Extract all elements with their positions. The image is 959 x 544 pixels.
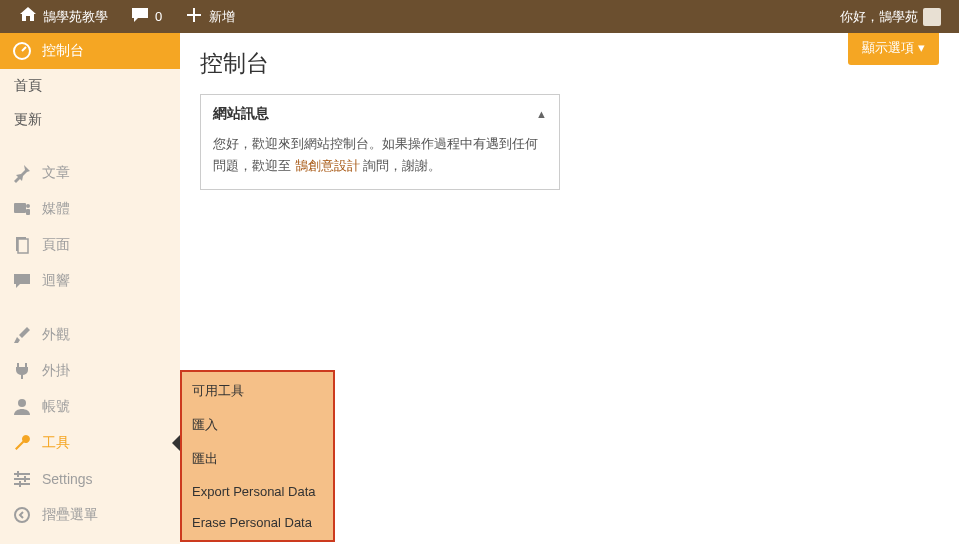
screen-options-button[interactable]: 顯示選項 ▾: [848, 33, 939, 65]
panel-text-suffix: 詢問，謝謝。: [360, 158, 442, 173]
site-link[interactable]: 鵠學苑教學: [10, 0, 116, 33]
add-new[interactable]: 新增: [176, 0, 243, 33]
brush-icon: [12, 325, 32, 345]
sidebar-label: 媒體: [42, 200, 70, 218]
sidebar-label: 文章: [42, 164, 70, 182]
page-title: 控制台: [200, 48, 939, 79]
sidebar-item-posts[interactable]: 文章: [0, 155, 180, 191]
topbar-left: 鵠學苑教學 0 新增: [10, 0, 243, 33]
page-icon: [12, 235, 32, 255]
user-greeting[interactable]: 你好，鵠學苑: [832, 0, 949, 33]
svg-rect-12: [19, 481, 21, 487]
svg-rect-3: [26, 209, 30, 215]
sidebar-label: 工具: [42, 434, 70, 452]
panel-link[interactable]: 鵠創意設計: [295, 158, 360, 173]
sidebar-item-collapse[interactable]: 摺疊選單: [0, 497, 180, 533]
svg-rect-5: [18, 239, 28, 253]
svg-rect-9: [14, 483, 30, 485]
svg-rect-7: [14, 473, 30, 475]
svg-point-2: [26, 204, 30, 208]
pin-icon: [12, 163, 32, 183]
svg-rect-1: [14, 203, 26, 213]
sidebar-label: 帳號: [42, 398, 70, 416]
flyout-item-import[interactable]: 匯入: [182, 408, 333, 442]
sidebar-sub-home[interactable]: 首頁: [0, 69, 180, 103]
add-new-label: 新增: [209, 8, 235, 26]
sidebar-label: 外觀: [42, 326, 70, 344]
svg-point-13: [15, 508, 29, 522]
svg-rect-10: [17, 471, 19, 477]
panel-header[interactable]: 網站訊息 ▲: [201, 95, 559, 133]
sidebar-item-settings[interactable]: Settings: [0, 461, 180, 497]
media-icon: [12, 199, 32, 219]
topbar-right: 你好，鵠學苑: [832, 0, 949, 33]
flyout-item-export[interactable]: 匯出: [182, 442, 333, 476]
avatar: [923, 8, 941, 26]
sidebar-label: 摺疊選單: [42, 506, 98, 524]
screen-options-label: 顯示選項: [862, 40, 914, 55]
sidebar: 控制台 首頁 更新 文章 媒體 頁面 迴響 外觀 外掛: [0, 33, 180, 544]
tools-flyout: 可用工具 匯入 匯出 Export Personal Data Erase Pe…: [180, 370, 335, 542]
collapse-icon: [12, 505, 32, 525]
sidebar-label: Settings: [42, 471, 93, 487]
greeting-text: 你好，鵠學苑: [840, 8, 918, 26]
sidebar-item-users[interactable]: 帳號: [0, 389, 180, 425]
sidebar-item-plugins[interactable]: 外掛: [0, 353, 180, 389]
panel-toggle-icon[interactable]: ▲: [536, 108, 547, 120]
admin-topbar: 鵠學苑教學 0 新增 你好，鵠學苑: [0, 0, 959, 33]
sidebar-item-dashboard[interactable]: 控制台: [0, 33, 180, 69]
layout: 控制台 首頁 更新 文章 媒體 頁面 迴響 外觀 外掛: [0, 33, 959, 544]
plus-icon: [184, 5, 204, 28]
sidebar-label: 控制台: [42, 42, 84, 60]
sidebar-label: 頁面: [42, 236, 70, 254]
sidebar-item-appearance[interactable]: 外觀: [0, 317, 180, 353]
site-name: 鵠學苑教學: [43, 8, 108, 26]
comment-icon: [12, 271, 32, 291]
panel-title: 網站訊息: [213, 105, 269, 123]
sidebar-item-pages[interactable]: 頁面: [0, 227, 180, 263]
user-icon: [12, 397, 32, 417]
plug-icon: [12, 361, 32, 381]
svg-rect-8: [14, 478, 30, 480]
sidebar-sub-updates[interactable]: 更新: [0, 103, 180, 137]
sliders-icon: [12, 469, 32, 489]
comments-count: 0: [155, 9, 162, 24]
sidebar-item-tools[interactable]: 工具: [0, 425, 180, 461]
welcome-panel: 網站訊息 ▲ 您好，歡迎來到網站控制台。如果操作過程中有遇到任何問題，歡迎至 鵠…: [200, 94, 560, 190]
sidebar-item-media[interactable]: 媒體: [0, 191, 180, 227]
flyout-item-export-personal[interactable]: Export Personal Data: [182, 476, 333, 507]
dashboard-icon: [12, 41, 32, 61]
sidebar-item-comments[interactable]: 迴響: [0, 263, 180, 299]
wrench-icon: [12, 433, 32, 453]
sidebar-label: 外掛: [42, 362, 70, 380]
svg-rect-11: [24, 476, 26, 482]
panel-body: 您好，歡迎來到網站控制台。如果操作過程中有遇到任何問題，歡迎至 鵠創意設計 詢問…: [201, 133, 559, 189]
svg-point-6: [18, 399, 26, 407]
comments-link[interactable]: 0: [122, 0, 170, 33]
flyout-item-available-tools[interactable]: 可用工具: [182, 374, 333, 408]
home-icon: [18, 5, 38, 28]
comment-icon: [130, 5, 150, 28]
flyout-item-erase-personal[interactable]: Erase Personal Data: [182, 507, 333, 538]
sidebar-label: 迴響: [42, 272, 70, 290]
